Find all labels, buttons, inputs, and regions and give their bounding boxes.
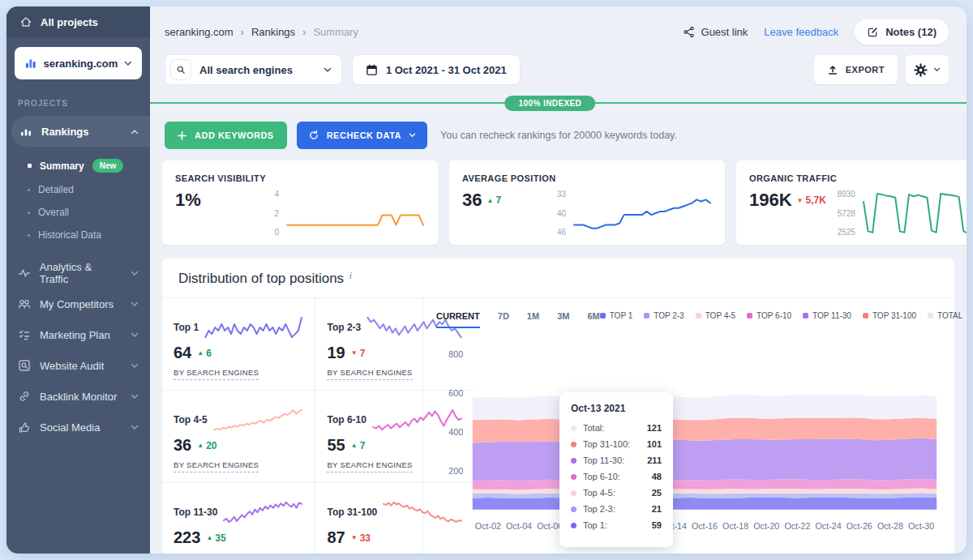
stat-delta: ▲35 (206, 532, 225, 544)
series-dot (571, 523, 577, 528)
sidebar-item-historical-data[interactable]: Historical Data (6, 224, 150, 246)
legend-top-1[interactable]: TOP 1 (600, 311, 633, 320)
by-search-engines-link[interactable]: BY SEARCH ENGINES (174, 368, 259, 380)
svg-text:200: 200 (448, 466, 463, 476)
breadcrumb-separator: › (302, 26, 306, 38)
tab-current[interactable]: CURRENT (436, 311, 480, 328)
organic-traffic-sparkline (862, 190, 967, 237)
sidebar-item-my-competitors[interactable]: My Competitors (6, 289, 150, 319)
date-range-picker[interactable]: 1 Oct 2021 - 31 Oct 2021 (352, 54, 521, 85)
legend-total[interactable]: TOTAL (928, 311, 962, 320)
tab-3m[interactable]: 3M (557, 311, 569, 328)
toolbar-right: EXPORT (814, 55, 949, 84)
svg-text:Oct-22: Oct-22 (784, 521, 810, 531)
legend-top-4-5[interactable]: TOP 4-5 (696, 311, 735, 320)
arrow-up-icon: ▲ (197, 349, 204, 357)
arrow-down-icon: ▼ (351, 349, 358, 357)
tooltip-row: Top 4-5:25 (571, 488, 662, 498)
series-dot (571, 458, 577, 464)
export-button[interactable]: EXPORT (814, 55, 898, 84)
tab-7d[interactable]: 7D (498, 311, 509, 328)
card-value: 1% (175, 190, 201, 211)
arrow-up-icon: ▲ (486, 197, 493, 204)
sidebar-item-social-media[interactable]: Social Media (6, 412, 150, 442)
sidebar-item-rankings[interactable]: Rankings (11, 116, 150, 147)
chevron-down-icon (131, 425, 139, 430)
legend-swatch (600, 313, 606, 318)
legend-swatch (644, 313, 649, 318)
tab-1m[interactable]: 1M (527, 311, 539, 328)
project-selector[interactable]: seranking.com (15, 47, 142, 79)
search-engines-select[interactable]: All search engines (165, 54, 342, 85)
svg-text:Oct-16: Oct-16 (692, 521, 718, 531)
audit-icon (18, 359, 31, 372)
series-dot (571, 490, 577, 496)
legend-top-6-10[interactable]: TOP 6-10 (747, 311, 791, 320)
link-icon (18, 390, 31, 403)
by-search-engines-link[interactable]: BY SEARCH ENGINES (174, 460, 259, 472)
arrow-up-icon: ▲ (206, 534, 212, 541)
notes-button[interactable]: Notes (12) (855, 19, 949, 45)
bullet-icon (28, 164, 32, 168)
project-name: seranking.com (44, 58, 118, 70)
card-y-axis: 420 (256, 190, 279, 237)
top-11-30-sparkline (222, 498, 303, 526)
stats-cards: SEARCH VISIBILITY 1% 420 AVERAGE POSITIO… (150, 149, 967, 245)
card-delta: ▼5,7K (797, 195, 826, 206)
activity-icon (18, 267, 31, 280)
top-1-sparkline (204, 314, 303, 341)
sidebar-item-summary[interactable]: Summary New (6, 153, 150, 178)
info-icon[interactable]: i (349, 271, 351, 280)
by-search-engines-link[interactable]: BY SEARCH ENGINES (327, 460, 412, 472)
series-dot (571, 425, 577, 431)
period-tabs: CURRENT 7D 1M 3M 6M (436, 311, 600, 328)
card-value: 196K (749, 190, 792, 211)
share-icon (683, 26, 695, 38)
legend-top-11-30[interactable]: TOP 11-30 (803, 311, 851, 320)
recheck-data-button[interactable]: RECHECK DATA (297, 122, 427, 149)
arrow-down-icon: ▼ (351, 534, 358, 541)
export-icon (827, 64, 838, 75)
sidebar-item-detailed[interactable]: Detailed (6, 178, 150, 201)
top-positions-grid: Top 1 64 ▲6 BY SEARCH ENGINES Top 2-3 19… (162, 298, 423, 554)
sidebar-item-marketing-plan[interactable]: Marketing Plan (6, 319, 150, 350)
card-title: SEARCH VISIBILITY (175, 173, 425, 183)
index-progress: 100% INDEXED (150, 95, 967, 111)
tab-6m[interactable]: 6M (587, 311, 599, 328)
guest-link-button[interactable]: Guest link (683, 26, 748, 38)
legend-swatch (803, 313, 808, 318)
projects-section-label: PROJECTS (6, 86, 150, 116)
series-dot (571, 474, 577, 480)
sidebar-item-backlink-monitor[interactable]: Backlink Monitor (6, 381, 150, 412)
svg-text:Oct-04: Oct-04 (506, 521, 532, 531)
add-keywords-button[interactable]: ADD KEYWORDS (165, 122, 287, 149)
stat-delta: ▲20 (197, 440, 216, 451)
search-icon (176, 65, 186, 75)
chevron-down-icon (131, 332, 139, 338)
refresh-icon (308, 130, 319, 141)
by-search-engines-link[interactable]: BY SEARCH ENGINES (327, 368, 412, 380)
bullet-icon (28, 234, 30, 237)
stat-delta: ▼33 (351, 532, 371, 544)
svg-text:Oct-30: Oct-30 (908, 521, 934, 531)
breadcrumb-project[interactable]: seranking.com (165, 26, 234, 38)
filters-toolbar: All search engines 1 Oct 2021 - 31 Oct 2… (150, 45, 967, 85)
bullet-icon (28, 189, 30, 191)
settings-button[interactable] (906, 55, 949, 84)
calendar-icon (366, 64, 378, 76)
legend-top-2-3[interactable]: TOP 2-3 (644, 311, 684, 320)
by-search-engines-link[interactable]: BY SEARCH ENGINES (327, 553, 412, 554)
sidebar-item-website-audit[interactable]: Website Audit (6, 350, 150, 381)
sidebar-item-overall[interactable]: Overall (6, 201, 150, 224)
leave-feedback-link[interactable]: Leave feedback (764, 26, 838, 38)
sidebar-item-all-projects[interactable]: All projects (6, 6, 150, 37)
svg-text:600: 600 (448, 388, 463, 398)
breadcrumb-rankings[interactable]: Rankings (251, 26, 295, 38)
app-window: All projects seranking.com PROJECTS Rank… (6, 6, 967, 554)
by-search-engines-link[interactable]: BY SEARCH ENGINES (174, 553, 259, 554)
breadcrumb: seranking.com › Rankings › Summary (165, 26, 358, 38)
sidebar-item-analytics-traffic[interactable]: Analytics & Traffic (6, 258, 150, 289)
legend-top-31-100[interactable]: TOP 31-100 (863, 311, 916, 320)
stacked-area-chart[interactable]: 200400600800Oct-02Oct-04Oct-06Oct-08Oct-… (436, 333, 941, 537)
search-engines-value: All search engines (199, 64, 293, 76)
